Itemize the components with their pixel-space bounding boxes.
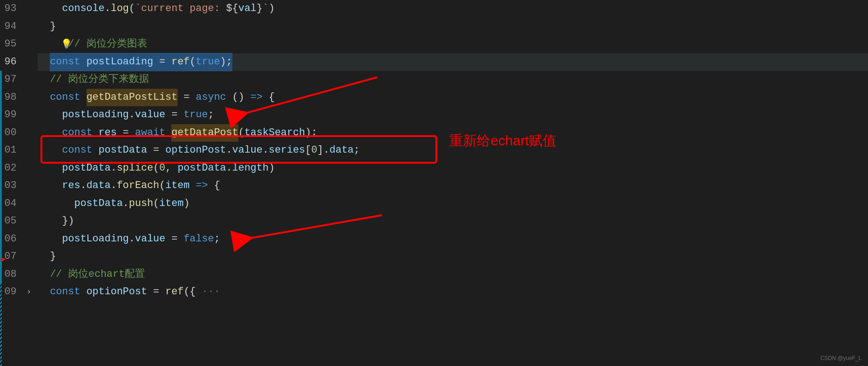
line-number[interactable]: 08 [4,266,17,284]
code-line[interactable]: res.data.forEach(item => { [38,177,868,195]
code-line[interactable]: postLoading.value = false; [38,230,868,248]
line-number[interactable]: 98 [4,89,17,107]
line-number[interactable]: 95 [4,35,17,53]
line-number[interactable]: 97 [4,71,17,89]
selected-text[interactable]: const postLoading = ref(true); [50,53,232,72]
code-line[interactable]: const res = await getDataPost(taskSearch… [38,124,868,142]
code-line[interactable]: const optionPost = ref({ ··· [38,283,868,301]
line-number[interactable]: 96 [4,53,17,71]
line-number-gutter[interactable]: 9394959697989900010203040506070809 [0,0,26,366]
code-line[interactable]: postData.push(item) [38,195,868,213]
line-number[interactable]: 00 [4,124,17,142]
fold-chevron-icon[interactable]: › [27,283,31,301]
line-number[interactable]: 93 [4,0,17,18]
line-number[interactable]: 05 [4,212,17,230]
line-number[interactable]: 04 [4,195,17,213]
line-number[interactable]: 01 [4,142,17,160]
watermark: CSDN @yueF_L [820,354,862,363]
line-number[interactable]: 99 [4,106,17,124]
breakpoint-caret-icon[interactable]: ▶ [1,252,6,267]
code-line[interactable]: // 岗位echart配置 [38,266,868,284]
code-line[interactable]: postLoading.value = true; [38,106,868,124]
code-line[interactable]: } [38,248,868,266]
code-area[interactable]: console.log(`current page: ${val}`) } 💡 … [26,0,868,366]
code-line[interactable]: 💡 // 岗位分类图表 [38,35,868,53]
code-line[interactable]: } [38,18,868,36]
line-number[interactable]: 06 [4,230,17,248]
code-line[interactable]: const postLoading = ref(true); [38,53,868,71]
line-number[interactable]: 02 [4,160,17,177]
code-line[interactable]: const getDataPostList = async () => { [38,89,868,107]
line-number[interactable]: 94 [4,18,17,36]
line-number[interactable]: 03 [4,177,17,195]
code-line[interactable]: // 岗位分类下来数据 [38,71,868,89]
line-number[interactable]: 09 [4,283,17,301]
code-line[interactable]: }) [38,212,868,230]
code-line[interactable]: console.log(`current page: ${val}`) [38,0,868,18]
code-editor[interactable]: 9394959697989900010203040506070809 conso… [0,0,868,366]
code-line[interactable]: const postData = optionPost.value.series… [38,142,868,160]
lightbulb-icon[interactable]: 💡 [61,36,72,52]
code-line[interactable]: postData.splice(0, postData.length) [38,160,868,177]
